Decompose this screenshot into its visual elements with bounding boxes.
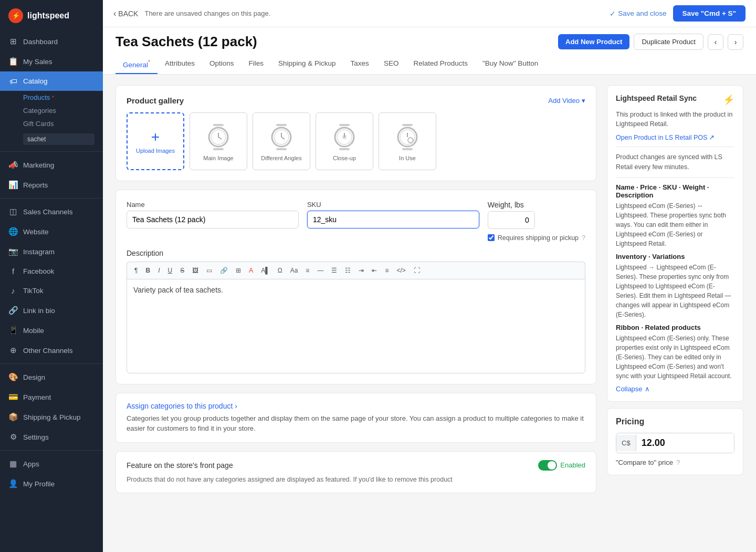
sidebar-item-payment[interactable]: 💳 Payment bbox=[0, 387, 103, 407]
sidebar-item-reports[interactable]: 📊 Reports bbox=[0, 175, 103, 195]
sidebar-item-other-channels[interactable]: ⊕ Other Channels bbox=[0, 340, 103, 360]
sidebar-item-my-profile[interactable]: 👤 My Profile bbox=[0, 474, 103, 494]
sidebar-sub-categories[interactable]: Categories bbox=[0, 104, 103, 117]
ls-logo-icon: ⚡ bbox=[723, 94, 734, 106]
weight-input[interactable] bbox=[488, 211, 535, 229]
add-video-button[interactable]: Add Video ▾ bbox=[548, 97, 585, 105]
shipping-checkbox[interactable] bbox=[488, 234, 495, 241]
save-close-label: Save and close bbox=[618, 9, 666, 17]
collapse-button[interactable]: Collapse ∧ bbox=[616, 385, 734, 393]
description-editor[interactable]: Variety pack of tea sachets. bbox=[127, 279, 585, 373]
sidebar-item-label: Design bbox=[23, 373, 45, 381]
toolbar-ordered-list[interactable]: ☷ bbox=[342, 265, 354, 276]
toolbar-media[interactable]: ▭ bbox=[203, 265, 215, 276]
name-input[interactable] bbox=[127, 211, 299, 228]
toolbar-paragraph[interactable]: ¶ bbox=[131, 265, 141, 276]
next-product-button[interactable]: › bbox=[728, 34, 743, 50]
name-sku-row: Name SKU Weight, lbs Re bbox=[127, 201, 585, 242]
toolbar-strikethrough[interactable]: S bbox=[177, 265, 187, 276]
toolbar-table[interactable]: ⊞ bbox=[233, 265, 244, 276]
shipping-check-row: Requires shipping or pickup ? bbox=[488, 234, 585, 242]
sidebar-item-design[interactable]: 🎨 Design bbox=[0, 367, 103, 387]
sidebar-item-facebook[interactable]: f Facebook bbox=[0, 262, 103, 281]
price-input[interactable] bbox=[636, 433, 734, 453]
toolbar-bold[interactable]: B bbox=[142, 265, 153, 276]
tab-general[interactable]: General* bbox=[116, 55, 158, 74]
tab-options[interactable]: Options bbox=[202, 55, 242, 74]
toolbar-outdent[interactable]: ⇤ bbox=[369, 265, 380, 276]
assign-categories-link[interactable]: Assign categories to this product › bbox=[127, 402, 585, 410]
toolbar-align-left[interactable]: ≡ bbox=[302, 265, 312, 276]
toolbar-font-size[interactable]: Aa bbox=[287, 265, 301, 276]
sidebar-item-label: Sales Channels bbox=[23, 208, 73, 216]
sync-divider2 bbox=[616, 178, 734, 178]
sync-card: Lightspeed Retail Sync ⚡ This product is… bbox=[607, 85, 743, 402]
sidebar-item-link-in-bio[interactable]: 🔗 Link in bio bbox=[0, 300, 103, 320]
open-retail-link[interactable]: Open Product in LS Retail POS ↗ bbox=[616, 133, 734, 141]
sync-divider1 bbox=[616, 147, 734, 147]
sidebar-sub-gift-cards[interactable]: Gift Cards bbox=[0, 117, 103, 130]
help-icon[interactable]: ? bbox=[582, 234, 585, 242]
sidebar-item-catalog[interactable]: 🏷 Catalog bbox=[0, 71, 103, 91]
toolbar-unordered-list[interactable]: ☰ bbox=[328, 265, 340, 276]
duplicate-product-button[interactable]: Duplicate Product bbox=[634, 34, 704, 50]
sidebar-sub-products[interactable]: Products * bbox=[0, 91, 103, 104]
toolbar-link[interactable]: 🔗 bbox=[217, 265, 231, 276]
toolbar-align-center[interactable]: — bbox=[314, 265, 327, 276]
toolbar-code[interactable]: </> bbox=[393, 265, 408, 276]
toolbar-bg-color[interactable]: A▌ bbox=[258, 265, 273, 276]
sku-input[interactable] bbox=[307, 211, 479, 228]
add-new-product-button[interactable]: Add New Product bbox=[558, 34, 629, 49]
tab-taxes[interactable]: Taxes bbox=[343, 55, 376, 74]
gallery-image-angles[interactable]: Different Angles bbox=[253, 112, 310, 170]
back-button[interactable]: ‹ BACK bbox=[113, 9, 138, 18]
sidebar: ⚡ lightspeed ⊞ Dashboard 📋 My Sales 🏷 Ca… bbox=[0, 0, 103, 552]
feature-toggle[interactable]: Enabled bbox=[538, 460, 585, 471]
prev-product-button[interactable]: ‹ bbox=[708, 34, 723, 50]
page-title: Tea Sachets (12 pack) bbox=[116, 34, 257, 50]
sidebar-item-tiktok[interactable]: ♪ TikTok bbox=[0, 281, 103, 300]
tab-files[interactable]: Files bbox=[242, 55, 271, 74]
feature-card: Feature on the store's front page Enable… bbox=[116, 451, 596, 494]
tab-shipping-pickup[interactable]: Shipping & Pickup bbox=[271, 55, 343, 74]
toggle-switch[interactable] bbox=[538, 460, 557, 471]
price-currency: C$ bbox=[616, 435, 636, 451]
sidebar-item-website[interactable]: 🌐 Website bbox=[0, 222, 103, 242]
upload-images-button[interactable]: + Upload Images bbox=[127, 112, 184, 170]
tab-attributes[interactable]: Attributes bbox=[158, 55, 202, 74]
sidebar-item-apps[interactable]: ▦ Apps bbox=[0, 454, 103, 474]
sidebar-item-my-sales[interactable]: 📋 My Sales bbox=[0, 51, 103, 71]
tab-seo[interactable]: SEO bbox=[376, 55, 406, 74]
toolbar-fullscreen[interactable]: ⛶ bbox=[411, 265, 423, 276]
toolbar-underline[interactable]: U bbox=[164, 265, 175, 276]
sidebar-item-dashboard[interactable]: ⊞ Dashboard bbox=[0, 32, 103, 51]
sidebar-item-marketing[interactable]: 📣 Marketing bbox=[0, 155, 103, 175]
save-close-button[interactable]: ✓ Save and close bbox=[610, 9, 666, 18]
sidebar-item-settings[interactable]: ⚙ Settings bbox=[0, 427, 103, 447]
sidebar-item-instagram[interactable]: 📷 Instagram bbox=[0, 242, 103, 262]
gallery-image-inuse[interactable]: In Use bbox=[379, 112, 436, 170]
tab-buy-now[interactable]: "Buy Now" Button bbox=[475, 55, 545, 74]
sku-label: SKU bbox=[307, 201, 479, 209]
tab-related-products[interactable]: Related Products bbox=[406, 55, 475, 74]
sidebar-logo[interactable]: ⚡ lightspeed bbox=[0, 0, 103, 32]
sidebar-item-label: Catalog bbox=[23, 77, 48, 85]
search-input[interactable] bbox=[23, 133, 94, 145]
toolbar-italic[interactable]: I bbox=[155, 265, 163, 276]
toolbar-font-color[interactable]: A bbox=[246, 265, 256, 276]
divider4 bbox=[0, 450, 103, 451]
toolbar-align-right[interactable]: ≡ bbox=[382, 265, 392, 276]
sidebar-item-sales-channels[interactable]: ◫ Sales Channels bbox=[0, 202, 103, 222]
toolbar-indent[interactable]: ⇥ bbox=[355, 265, 367, 276]
sidebar-item-shipping[interactable]: 📦 Shipping & Pickup bbox=[0, 407, 103, 427]
compare-help-icon[interactable]: ? bbox=[676, 459, 680, 466]
gallery-image-main[interactable]: Main Image bbox=[190, 112, 247, 170]
toolbar-image[interactable]: 🖼 bbox=[189, 265, 202, 276]
gallery-image-closeup[interactable]: Close-up bbox=[316, 112, 373, 170]
dashboard-icon: ⊞ bbox=[8, 37, 18, 46]
save-primary-button[interactable]: Save "Cmd + S" bbox=[673, 5, 746, 22]
toolbar-special-chars[interactable]: Ω bbox=[275, 265, 286, 276]
website-icon: 🌐 bbox=[8, 227, 18, 236]
sidebar-item-mobile[interactable]: 📱 Mobile bbox=[0, 320, 103, 340]
categories-card: Assign categories to this product › Cate… bbox=[116, 393, 596, 443]
